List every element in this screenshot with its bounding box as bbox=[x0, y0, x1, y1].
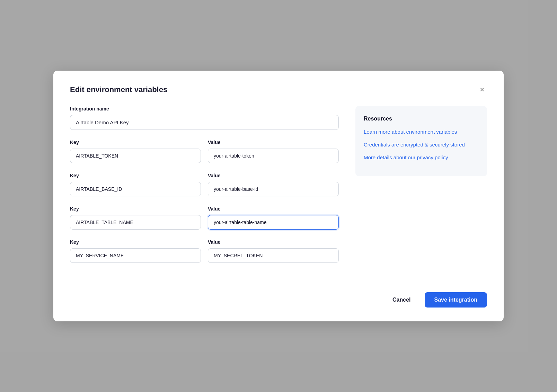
resources-link-1[interactable]: Learn more about environment variables bbox=[364, 128, 479, 135]
value-input-3[interactable] bbox=[208, 215, 339, 230]
modal-footer: Cancel Save integration bbox=[70, 285, 487, 308]
kv-value-col-2: Value bbox=[208, 173, 339, 196]
left-panel: Integration name Key Value bbox=[70, 106, 339, 273]
modal-dialog: Edit environment variables × Integration… bbox=[53, 71, 504, 321]
save-integration-button[interactable]: Save integration bbox=[425, 292, 487, 308]
kv-key-col-2: Key bbox=[70, 173, 201, 196]
key-input-3[interactable] bbox=[70, 215, 201, 230]
resources-link-2[interactable]: Credentials are encrypted & securely sto… bbox=[364, 141, 479, 148]
kv-key-col-3: Key bbox=[70, 206, 201, 230]
modal-header: Edit environment variables × bbox=[70, 84, 487, 95]
key-input-4[interactable] bbox=[70, 248, 201, 263]
kv-row-4: Key Value bbox=[70, 239, 339, 263]
close-button[interactable]: × bbox=[477, 84, 487, 95]
value-input-4[interactable] bbox=[208, 248, 339, 263]
integration-name-section: Integration name bbox=[70, 106, 339, 130]
kv-key-col-1: Key bbox=[70, 140, 201, 163]
key-label-4: Key bbox=[70, 239, 201, 245]
modal-title: Edit environment variables bbox=[70, 85, 167, 94]
right-panel: Resources Learn more about environment v… bbox=[355, 106, 487, 273]
kv-value-col-3: Value bbox=[208, 206, 339, 230]
kv-row-1: Key Value bbox=[70, 140, 339, 163]
integration-name-label: Integration name bbox=[70, 106, 339, 112]
key-input-1[interactable] bbox=[70, 149, 201, 163]
kv-value-col-4: Value bbox=[208, 239, 339, 263]
modal-body: Integration name Key Value bbox=[70, 106, 487, 273]
integration-name-input[interactable] bbox=[70, 115, 339, 130]
value-label-3: Value bbox=[208, 206, 339, 212]
key-label-1: Key bbox=[70, 140, 201, 145]
resources-link-3[interactable]: More details about our privacy policy bbox=[364, 154, 479, 161]
value-label-4: Value bbox=[208, 239, 339, 245]
value-input-1[interactable] bbox=[208, 149, 339, 163]
key-label-2: Key bbox=[70, 173, 201, 178]
cancel-button[interactable]: Cancel bbox=[384, 293, 419, 307]
kv-value-col-1: Value bbox=[208, 140, 339, 163]
kv-row-3: Key Value bbox=[70, 206, 339, 230]
value-input-2[interactable] bbox=[208, 182, 339, 196]
value-label-1: Value bbox=[208, 140, 339, 145]
value-label-2: Value bbox=[208, 173, 339, 178]
modal-overlay: Edit environment variables × Integration… bbox=[0, 0, 557, 392]
key-input-2[interactable] bbox=[70, 182, 201, 196]
kv-key-col-4: Key bbox=[70, 239, 201, 263]
resources-title: Resources bbox=[364, 116, 479, 122]
resources-box: Resources Learn more about environment v… bbox=[355, 106, 487, 176]
kv-row-2: Key Value bbox=[70, 173, 339, 196]
key-label-3: Key bbox=[70, 206, 201, 212]
